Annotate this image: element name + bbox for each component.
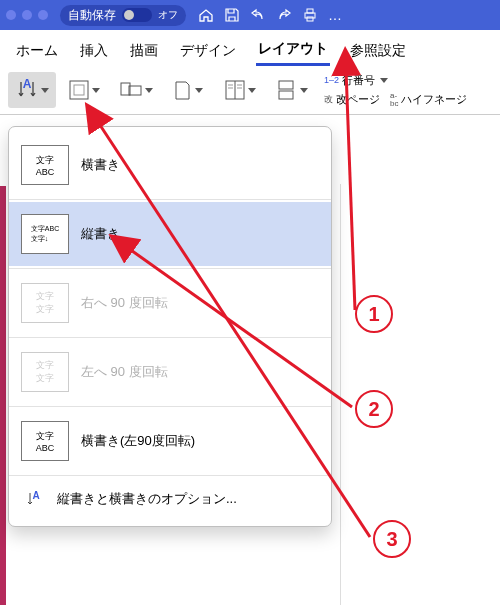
tab-reference[interactable]: 参照設定 xyxy=(348,38,408,65)
dd-item-rotate-right: 文字 文字 右へ 90 度回転 xyxy=(9,271,331,335)
breaks-button[interactable] xyxy=(268,72,316,108)
dd-label-rotate-right: 右へ 90 度回転 xyxy=(81,294,168,312)
tab-draw[interactable]: 描画 xyxy=(128,38,160,65)
svg-rect-1 xyxy=(307,9,313,13)
save-icon[interactable] xyxy=(224,7,240,23)
separator xyxy=(9,337,331,338)
chevron-down-icon xyxy=(300,88,308,93)
chevron-down-icon xyxy=(195,88,203,93)
home-icon[interactable] xyxy=(198,7,214,23)
dd-item-options[interactable]: A 縦書きと横書きのオプション... xyxy=(9,478,331,520)
more-icon[interactable]: … xyxy=(328,7,342,23)
orientation-button[interactable] xyxy=(112,72,160,108)
chevron-down-icon xyxy=(145,88,153,93)
line-numbers-icon: 1–2 xyxy=(324,76,339,85)
dd-item-rotate-left: 文字 文字 左へ 90 度回転 xyxy=(9,340,331,404)
page-break-icon: 改 xyxy=(324,93,333,106)
tab-home[interactable]: ホーム xyxy=(14,38,60,65)
annotation-1: 1 xyxy=(355,295,393,333)
thumb-vertical-icon: 文字ABC 文字↓ xyxy=(21,214,69,254)
thumb-rotate-right-icon: 文字 文字 xyxy=(21,283,69,323)
page-break-label: 改ページ xyxy=(336,92,380,107)
dd-label-horizontal: 横書き xyxy=(81,156,120,174)
autosave-state: オフ xyxy=(158,8,178,22)
dd-item-horizontal[interactable]: 文字 ABC 横書き xyxy=(9,133,331,197)
hyphenation-label: ハイフネージ xyxy=(401,92,467,107)
tab-layout[interactable]: レイアウト xyxy=(256,36,330,66)
margins-button[interactable] xyxy=(60,72,108,108)
svg-rect-4 xyxy=(70,81,88,99)
thumb-rotate-left-icon: 文字 文字 xyxy=(21,352,69,392)
dd-label-vertical: 縦書き xyxy=(81,225,120,243)
dd-label-options: 縦書きと横書きのオプション... xyxy=(57,490,237,508)
ribbon-layout: A 1–2 行番号 改 改ページ a- bc xyxy=(0,66,500,115)
ribbon-tabs: ホーム 挿入 描画 デザイン レイアウト 参照設定 xyxy=(0,30,500,66)
svg-rect-7 xyxy=(129,86,141,95)
dd-label-horizontal-left90: 横書き(左90度回転) xyxy=(81,432,195,450)
options-icon: A xyxy=(27,491,45,507)
close-dot[interactable] xyxy=(6,10,16,20)
toggle-switch[interactable] xyxy=(122,8,152,22)
separator xyxy=(9,406,331,407)
svg-rect-15 xyxy=(279,91,293,99)
svg-text:A: A xyxy=(32,491,39,501)
zoom-dot[interactable] xyxy=(38,10,48,20)
svg-rect-5 xyxy=(74,85,84,95)
hyphenation-button[interactable]: a- bc ハイフネージ xyxy=(390,92,467,107)
autosave-label: 自動保存 xyxy=(68,7,116,24)
chevron-down-icon xyxy=(380,78,388,83)
separator xyxy=(9,199,331,200)
undo-icon[interactable] xyxy=(250,7,266,23)
size-button[interactable] xyxy=(164,72,212,108)
chevron-down-icon xyxy=(41,88,49,93)
line-numbers-label: 行番号 xyxy=(342,73,375,88)
annotation-3: 3 xyxy=(373,520,411,558)
hyphenation-icon: a- bc xyxy=(390,92,398,106)
separator xyxy=(9,268,331,269)
window-controls[interactable] xyxy=(6,10,48,20)
separator xyxy=(9,475,331,476)
chevron-down-icon xyxy=(248,88,256,93)
svg-rect-14 xyxy=(279,81,293,89)
thumb-horizontal-left90-icon: 文字 ABC xyxy=(21,421,69,461)
dd-label-rotate-left: 左へ 90 度回転 xyxy=(81,363,168,381)
text-direction-dropdown: 文字 ABC 横書き 文字ABC 文字↓ 縦書き 文字 文字 右へ 90 度回転… xyxy=(8,126,332,527)
dd-item-vertical[interactable]: 文字ABC 文字↓ 縦書き xyxy=(9,202,331,266)
tab-insert[interactable]: 挿入 xyxy=(78,38,110,65)
line-numbers-button[interactable]: 1–2 行番号 xyxy=(324,73,467,88)
text-direction-button[interactable]: A xyxy=(8,72,56,108)
side-strip xyxy=(0,186,6,605)
thumb-horizontal-icon: 文字 ABC xyxy=(21,145,69,185)
tab-design[interactable]: デザイン xyxy=(178,38,238,65)
annotation-2: 2 xyxy=(355,390,393,428)
chevron-down-icon xyxy=(92,88,100,93)
quick-access-toolbar: … xyxy=(198,7,342,23)
minimize-dot[interactable] xyxy=(22,10,32,20)
ribbon-right-group: 1–2 行番号 改 改ページ a- bc ハイフネージ xyxy=(324,73,467,107)
dd-item-horizontal-left90[interactable]: 文字 ABC 横書き(左90度回転) xyxy=(9,409,331,473)
autosave-toggle[interactable]: 自動保存 オフ xyxy=(60,5,186,26)
svg-text:A: A xyxy=(23,78,32,91)
page-break-button[interactable]: 改 改ページ xyxy=(324,92,380,107)
columns-button[interactable] xyxy=(216,72,264,108)
titlebar: 自動保存 オフ … xyxy=(0,0,500,30)
redo-icon[interactable] xyxy=(276,7,292,23)
print-icon[interactable] xyxy=(302,7,318,23)
